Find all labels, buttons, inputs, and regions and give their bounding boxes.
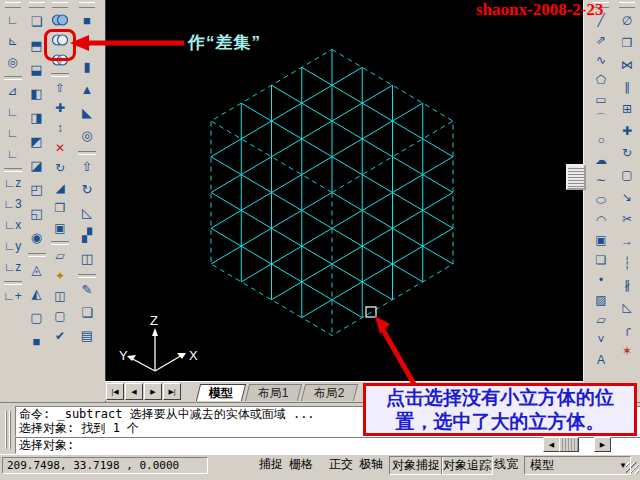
tab-布局1[interactable]: 布局1	[245, 384, 302, 401]
trim-icon[interactable]: ✂	[615, 209, 639, 228]
toolbar-grip[interactable]	[52, 2, 68, 8]
rotate-icon[interactable]: ↻	[615, 143, 639, 162]
rotate-faces-icon[interactable]: ↻	[49, 159, 71, 176]
wedge-icon[interactable]: ◣	[74, 103, 100, 122]
model-space-toggle[interactable]: 模型▼	[524, 456, 631, 475]
hscroll-left-button[interactable]: ◀	[543, 437, 560, 452]
move-faces-icon[interactable]: ✚	[49, 99, 71, 116]
multiline-text-icon[interactable]: A	[588, 351, 614, 368]
hscroll-thumb[interactable]	[559, 437, 579, 452]
osnap-toggle[interactable]: 对象捕捉	[389, 456, 443, 475]
union-icon[interactable]	[49, 11, 71, 28]
3-point-ucs-icon[interactable]: ∟3	[2, 195, 23, 213]
separate-solids-icon[interactable]: ◫	[49, 287, 71, 304]
se-isometric-view-icon[interactable]: ◱	[26, 203, 47, 223]
move-icon[interactable]: ✚	[615, 121, 639, 140]
setup-drawing-icon[interactable]: ✎	[74, 280, 100, 299]
named-views-icon[interactable]: ❏	[26, 11, 47, 31]
hscroll-right-button[interactable]: ▶	[594, 437, 611, 452]
revolve-icon[interactable]: ↻	[74, 180, 100, 199]
arc-icon[interactable]: ⌒	[588, 111, 614, 128]
floating-toolbar-handle[interactable]	[566, 164, 586, 190]
command-window-grip[interactable]	[5, 411, 12, 449]
toolbar-grip[interactable]	[5, 2, 21, 8]
bottom-view-icon[interactable]: ⬓	[26, 59, 47, 79]
setup-profile-icon[interactable]: ▤	[74, 326, 100, 345]
grid-toggle[interactable]: 栅格	[286, 456, 316, 473]
scale-icon[interactable]: ▢	[615, 165, 639, 184]
shaded-style-icon[interactable]: ■	[26, 331, 47, 351]
fillet-icon[interactable]: ╭	[615, 319, 639, 338]
tab-模型[interactable]: 模型	[196, 384, 246, 401]
hatch-icon[interactable]: ▨	[588, 291, 614, 308]
view-ucs-icon[interactable]: ∟	[2, 124, 23, 142]
rectangle-icon[interactable]: ▭	[588, 91, 614, 108]
face-ucs-icon[interactable]: ∟	[2, 103, 23, 121]
array-icon[interactable]: ⊞	[615, 99, 639, 118]
left-view-icon[interactable]: ◧	[26, 83, 47, 103]
sw-isometric-view-icon[interactable]: ◰	[26, 179, 47, 199]
interfere-icon[interactable]: ◫	[74, 249, 100, 268]
z-rotate-ucs-icon[interactable]: ∟z	[2, 258, 23, 276]
copy-faces-icon[interactable]: ❐	[49, 199, 71, 216]
spline-icon[interactable]: ∼	[588, 171, 614, 188]
insert-block-icon[interactable]: ▣	[588, 231, 614, 248]
clean-icon[interactable]: ✦	[49, 267, 71, 284]
y-rotate-ucs-icon[interactable]: ∟y	[2, 237, 23, 255]
circle-icon[interactable]: ○	[588, 131, 614, 148]
ucs-previous-icon[interactable]: ⊾	[2, 32, 23, 50]
section-icon[interactable]: ▞	[74, 226, 100, 245]
drawing-canvas[interactable]: Z X Y	[105, 0, 583, 381]
slice-icon[interactable]: ◺	[74, 203, 100, 222]
torus-icon[interactable]: ◎	[74, 126, 100, 145]
2d-wireframe-style-icon[interactable]: ◬	[26, 259, 47, 279]
setup-view-icon[interactable]: ❏	[74, 303, 100, 322]
polygon-icon[interactable]: ⬠	[588, 71, 614, 88]
chamfer-icon[interactable]: ◺	[615, 297, 639, 316]
x-rotate-ucs-icon[interactable]: ∟x	[2, 216, 23, 234]
extrude-icon[interactable]: ⇧	[74, 157, 100, 176]
make-block-icon[interactable]: ❏	[588, 251, 614, 268]
origin-ucs-icon[interactable]: ∟	[2, 145, 23, 163]
color-faces-icon[interactable]: ▣	[49, 219, 71, 236]
erase-icon[interactable]: ∅	[615, 11, 639, 30]
toolbar-grip[interactable]	[79, 2, 95, 8]
polar-toggle[interactable]: 极轴	[356, 456, 386, 473]
sphere-icon[interactable]: ●	[74, 34, 100, 53]
box-icon[interactable]: ■	[74, 11, 100, 30]
prev-tab-button[interactable]: ◀	[125, 383, 143, 400]
offset-icon[interactable]: ∥	[615, 77, 639, 96]
apply-ucs-icon[interactable]: ∟+	[2, 287, 23, 305]
world-ucs-icon[interactable]: ◎	[2, 53, 23, 71]
ucs-icon[interactable]: ∟	[2, 11, 23, 29]
right-view-icon[interactable]: ◨	[26, 107, 47, 127]
toolbar-grip[interactable]	[619, 2, 635, 8]
break-icon[interactable]: ∦	[615, 275, 639, 294]
delete-faces-icon[interactable]: ✕	[49, 139, 71, 156]
snap-toggle[interactable]: 捕捉	[256, 456, 286, 473]
extrude-faces-icon[interactable]: ⇧	[49, 79, 71, 96]
next-tab-button[interactable]: ▶	[144, 383, 162, 400]
mirror-icon[interactable]: ⋈	[615, 55, 639, 74]
last-tab-button[interactable]: ▶|	[163, 383, 181, 400]
3d-wireframe-style-icon[interactable]: ◭	[26, 283, 47, 303]
camera-icon[interactable]: ◉	[26, 227, 47, 247]
point-icon[interactable]: •	[588, 271, 614, 288]
shell-icon[interactable]: ▢	[49, 307, 71, 324]
ellipse-arc-icon[interactable]: ◠	[588, 211, 614, 228]
taper-faces-icon[interactable]: ◢	[49, 179, 71, 196]
cone-icon[interactable]: ▲	[74, 80, 100, 99]
construction-line-icon[interactable]: ⇗	[588, 31, 614, 48]
region-icon[interactable]: ▱	[588, 311, 614, 328]
more-tools-icon[interactable]: ˅	[588, 331, 614, 348]
ellipse-icon[interactable]: ⬭	[588, 191, 614, 208]
cylinder-icon[interactable]: ▮	[74, 57, 100, 76]
imprint-icon[interactable]: ▱	[49, 247, 71, 264]
hidden-style-icon[interactable]: ▢	[26, 307, 47, 327]
otrack-toggle[interactable]: 对象追踪	[441, 456, 493, 475]
polyline-icon[interactable]: ∿	[588, 51, 614, 68]
offset-faces-icon[interactable]: ↕	[49, 119, 71, 136]
break-at-point-icon[interactable]: ┆	[615, 253, 639, 272]
front-view-icon[interactable]: ◩	[26, 131, 47, 151]
object-ucs-icon[interactable]: ⊿	[2, 82, 23, 100]
